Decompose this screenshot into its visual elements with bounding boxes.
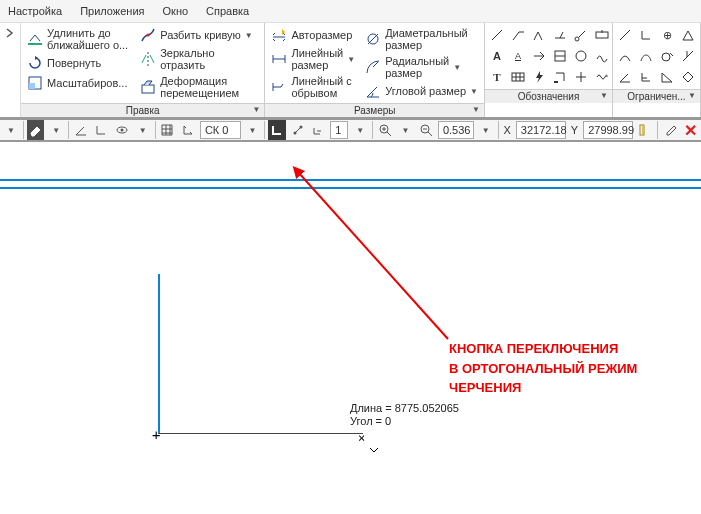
constr-triangle2[interactable] [657, 67, 677, 87]
panel-constr-caption[interactable]: Ограничен... ▼ [613, 89, 700, 103]
tool-extend[interactable]: Удлинить до ближайшего о... [25, 25, 130, 53]
annot-A[interactable]: A [487, 46, 507, 66]
eye-mode[interactable] [113, 120, 131, 140]
shape-horizontal [158, 433, 363, 434]
annot-surface[interactable] [529, 25, 549, 45]
separator [23, 121, 24, 139]
tool-autosize-label: Авторазмер [291, 29, 352, 41]
caret-icon: ▼ [470, 87, 478, 96]
panel-annot-caption[interactable]: Обозначения ▼ [485, 89, 612, 103]
zoom-value[interactable]: 0.536 [438, 121, 474, 139]
zoom-val-caret[interactable]: ▼ [477, 120, 495, 140]
num-box[interactable]: 1 [330, 121, 348, 139]
tool-rotate[interactable]: Повернуть [25, 53, 130, 73]
menu-apps[interactable]: Приложения [76, 3, 148, 19]
svg-rect-4 [142, 85, 154, 93]
annot-table[interactable] [508, 67, 528, 87]
constr-tangent[interactable] [657, 46, 677, 66]
tool-radial-dim[interactable]: Радиальный размер ▼ [363, 53, 480, 81]
drawing-canvas[interactable]: + × Длина = 8775.052065 Угол = 0 КНОПКА … [0, 164, 701, 514]
svg-point-9 [576, 51, 586, 61]
y-value[interactable]: 27998.99 [583, 121, 633, 139]
annot-waves[interactable] [592, 46, 612, 66]
constr-bezier[interactable] [636, 46, 656, 66]
eraser-tool[interactable] [27, 120, 45, 140]
zoom-caret[interactable]: ▼ [396, 120, 414, 140]
menu-nastroyka[interactable]: Настройка [4, 3, 66, 19]
scale-icon [27, 75, 43, 91]
ortho-toggle[interactable] [268, 120, 286, 140]
separator [155, 121, 156, 139]
menu-bar: Настройка Приложения Окно Справка [0, 0, 701, 23]
caret-icon: ▼ [245, 31, 253, 40]
annot-datum[interactable] [571, 25, 591, 45]
tool-scale[interactable]: Масштабиров... [25, 73, 130, 93]
annot-base[interactable] [550, 67, 570, 87]
panel-dims-caption[interactable]: Размеры ▼ [265, 103, 484, 117]
close-button[interactable]: ✕ [681, 120, 699, 140]
annot-Au[interactable]: A [508, 46, 528, 66]
rotate-icon [27, 55, 43, 71]
tool-split-curve[interactable]: Разбить кривую ▼ [138, 25, 255, 45]
eraser-caret[interactable]: ▼ [47, 120, 65, 140]
ucs-toggle[interactable] [179, 120, 197, 140]
dropdown-caret2[interactable]: ▼ [134, 120, 152, 140]
constr-grid: ⊕ [613, 23, 700, 89]
constr-diamond[interactable] [678, 67, 698, 87]
menu-help[interactable]: Справка [202, 3, 253, 19]
angle-mode[interactable] [72, 120, 90, 140]
tool-scale-label: Масштабиров... [47, 77, 127, 89]
measure-icon[interactable] [636, 120, 654, 140]
svg-point-14 [121, 129, 124, 132]
tool-linear-dim[interactable]: Линейный размер ▼ [269, 45, 357, 73]
grid-toggle[interactable] [158, 120, 176, 140]
caret-icon: ▼ [600, 91, 608, 100]
tool-deform[interactable]: Деформация перемещением [138, 73, 255, 101]
zoom-out[interactable] [417, 120, 435, 140]
x-value[interactable]: 32172.18 [516, 121, 566, 139]
annot-leader[interactable] [487, 25, 507, 45]
constr-line[interactable] [615, 25, 635, 45]
constr-perpline[interactable] [678, 46, 698, 66]
tool-autosize[interactable]: Авторазмер [269, 25, 357, 45]
constr-angle[interactable] [615, 67, 635, 87]
constr-triangle[interactable] [678, 25, 698, 45]
separator [68, 121, 69, 139]
snap-mode2[interactable] [309, 120, 327, 140]
tool-deform-label: Деформация перемещением [160, 75, 239, 99]
annot-tol[interactable] [592, 25, 612, 45]
tool-mirror[interactable]: Зеркально отразить [138, 45, 255, 73]
annotation-arrow [288, 164, 488, 354]
chevron-right-icon[interactable] [2, 25, 18, 41]
separator [264, 121, 265, 139]
snap-mode1[interactable] [289, 120, 307, 140]
zoom-fit[interactable] [376, 120, 394, 140]
constr-perp[interactable] [636, 25, 656, 45]
annot-leader2[interactable] [508, 25, 528, 45]
annot-center[interactable] [571, 67, 591, 87]
ucs-name[interactable]: СК 0 [200, 121, 241, 139]
annot-cut[interactable] [550, 46, 570, 66]
annot-weld[interactable] [550, 25, 570, 45]
tool-diam-dim[interactable]: Диаметральный размер [363, 25, 480, 53]
constr-curve[interactable] [615, 46, 635, 66]
tool-linear-break[interactable]: Линейный с обрывом [269, 73, 357, 101]
perp-mode[interactable] [93, 120, 111, 140]
annot-T[interactable]: T [487, 67, 507, 87]
annot-circle[interactable] [571, 46, 591, 66]
annot-wavy[interactable] [592, 67, 612, 87]
constr-rightangle[interactable] [636, 67, 656, 87]
cursor-current: × [358, 431, 365, 445]
dropdown-caret[interactable]: ▼ [2, 120, 20, 140]
eyedropper[interactable] [661, 120, 679, 140]
ucs-caret[interactable]: ▼ [244, 120, 262, 140]
y-label: Y [569, 124, 580, 136]
num-caret[interactable]: ▼ [351, 120, 369, 140]
constr-plus[interactable]: ⊕ [657, 25, 677, 45]
tool-angular-dim[interactable]: Угловой размер ▼ [363, 81, 480, 101]
annot-arrow[interactable] [529, 46, 549, 66]
annot-bolt[interactable] [529, 67, 549, 87]
panel-edit-caption[interactable]: Правка ▼ [21, 103, 264, 117]
anchor-col [0, 23, 21, 117]
menu-window[interactable]: Окно [159, 3, 193, 19]
